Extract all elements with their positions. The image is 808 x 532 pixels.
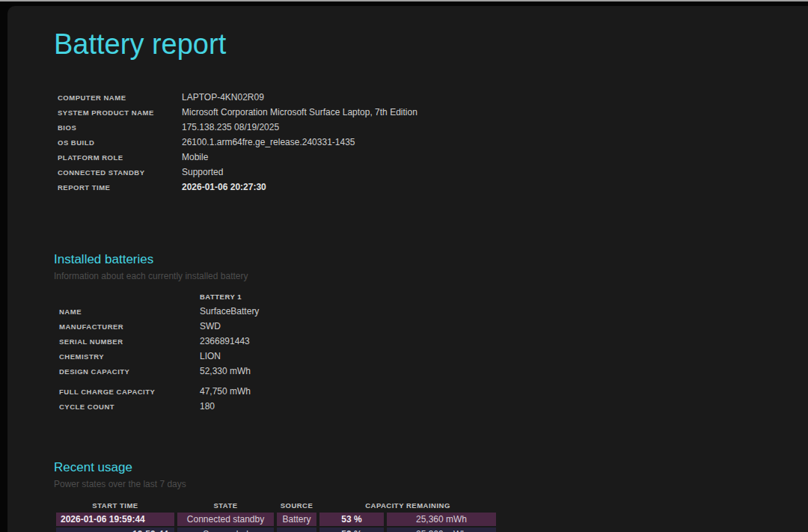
battery-label: CYCLE COUNT bbox=[59, 403, 200, 411]
battery-row-full-charge-capacity: FULL CHARGE CAPACITY 47,750 mWh bbox=[59, 384, 259, 399]
battery-row-chemistry: CHEMISTRY LION bbox=[59, 349, 259, 364]
info-value: 175.138.235 08/19/2025 bbox=[182, 122, 417, 132]
battery-row-cycle-count: CYCLE COUNT 180 bbox=[59, 399, 259, 414]
battery-value: 52,330 mWh bbox=[200, 366, 259, 376]
info-label: REPORT TIME bbox=[58, 183, 182, 192]
cell-state: Connected standby bbox=[177, 513, 274, 526]
battery-1-column-header: BATTERY 1 bbox=[200, 293, 259, 301]
battery-value: LION bbox=[200, 351, 259, 361]
battery-value: SurfaceBattery bbox=[200, 306, 259, 317]
battery-label: SERIAL NUMBER bbox=[59, 337, 200, 346]
battery-label: NAME bbox=[59, 308, 200, 316]
info-row-os-build: OS BUILD 26100.1.arm64fre.ge_release.240… bbox=[58, 135, 417, 150]
info-value: LAPTOP-4KN02R09 bbox=[182, 92, 417, 103]
table-row: 2026-01-06 19:59:44 Connected standby Ba… bbox=[56, 513, 496, 526]
system-info-list: COMPUTER NAME LAPTOP-4KN02R09 SYSTEM PRO… bbox=[58, 90, 417, 195]
battery-report-page: Battery report COMPUTER NAME LAPTOP-4KN0… bbox=[7, 6, 808, 532]
cell-percent: 53 % bbox=[319, 528, 384, 532]
recent-usage-table: START TIME STATE SOURCE CAPACITY REMAINI… bbox=[56, 499, 496, 532]
recent-usage-section: Recent usage Power states over the last … bbox=[54, 459, 496, 532]
info-label: COMPUTER NAME bbox=[58, 94, 182, 102]
info-value: Microsoft Corporation Microsoft Surface … bbox=[182, 107, 417, 117]
recent-usage-heading: Recent usage bbox=[54, 459, 496, 476]
installed-batteries-heading: Installed batteries bbox=[54, 251, 259, 268]
info-label: OS BUILD bbox=[58, 138, 182, 147]
battery-label: DESIGN CAPACITY bbox=[59, 367, 200, 376]
recent-usage-header-row: START TIME STATE SOURCE CAPACITY REMAINI… bbox=[56, 499, 496, 511]
installed-batteries-subtitle: Information about each currently install… bbox=[54, 270, 259, 282]
cell-source: Battery bbox=[277, 513, 316, 526]
info-row-system-product-name: SYSTEM PRODUCT NAME Microsoft Corporatio… bbox=[58, 105, 417, 120]
info-value: Mobile bbox=[182, 152, 417, 162]
battery-value: SWD bbox=[200, 321, 259, 331]
battery-label: CHEMISTRY bbox=[59, 352, 200, 361]
battery-row-name: NAME SurfaceBattery bbox=[59, 304, 259, 319]
cell-percent: 53 % bbox=[319, 513, 384, 526]
info-row-platform-role: PLATFORM ROLE Mobile bbox=[58, 150, 417, 165]
col-header-source: SOURCE bbox=[277, 499, 316, 511]
battery-value: 47,750 mWh bbox=[200, 386, 259, 397]
battery-row-design-capacity: DESIGN CAPACITY 52,330 mWh bbox=[59, 364, 259, 379]
info-value: Supported bbox=[182, 167, 417, 177]
battery-label: FULL CHARGE CAPACITY bbox=[59, 388, 200, 396]
info-value: 26100.1.arm64fre.ge_release.240331-1435 bbox=[182, 137, 417, 147]
info-row-bios: BIOS 175.138.235 08/19/2025 bbox=[58, 120, 417, 135]
cell-start-time: 2026-01-06 19:59:44 bbox=[56, 513, 174, 526]
col-header-state: STATE bbox=[177, 499, 274, 511]
battery-details-table: BATTERY 1 NAME SurfaceBattery MANUFACTUR… bbox=[59, 289, 259, 414]
battery-label: MANUFACTURER bbox=[59, 322, 200, 331]
info-row-report-time: REPORT TIME 2026-01-06 20:27:30 bbox=[58, 180, 417, 195]
recent-usage-subtitle: Power states over the last 7 days bbox=[54, 478, 496, 490]
battery-value: 180 bbox=[200, 401, 259, 412]
col-header-start-time: START TIME bbox=[56, 499, 174, 511]
battery-column-header-row: BATTERY 1 bbox=[59, 289, 259, 304]
table-row: 19:59:44 Suspended 53 % 25,360 mWh bbox=[56, 528, 496, 532]
battery-value: 2366891443 bbox=[200, 336, 259, 346]
cell-start-time: 19:59:44 bbox=[56, 528, 174, 532]
col-header-capacity-remaining: CAPACITY REMAINING bbox=[319, 499, 496, 511]
info-label: BIOS bbox=[58, 123, 182, 132]
info-label: PLATFORM ROLE bbox=[58, 153, 182, 162]
cell-state: Suspended bbox=[177, 528, 274, 532]
info-label: CONNECTED STANDBY bbox=[58, 168, 182, 177]
cell-source bbox=[277, 528, 316, 532]
page-title: Battery report bbox=[54, 28, 226, 60]
cell-mwh: 25,360 mWh bbox=[387, 528, 496, 532]
info-row-connected-standby: CONNECTED STANDBY Supported bbox=[58, 165, 417, 180]
installed-batteries-section: Installed batteries Information about ea… bbox=[54, 251, 259, 414]
info-label: SYSTEM PRODUCT NAME bbox=[58, 108, 182, 117]
info-row-computer-name: COMPUTER NAME LAPTOP-4KN02R09 bbox=[58, 90, 417, 105]
cell-mwh: 25,360 mWh bbox=[387, 513, 496, 526]
battery-row-manufacturer: MANUFACTURER SWD bbox=[59, 319, 259, 334]
window-top-edge bbox=[0, 0, 808, 1]
report-time-value: 2026-01-06 20:27:30 bbox=[182, 182, 417, 192]
battery-row-serial-number: SERIAL NUMBER 2366891443 bbox=[59, 334, 259, 349]
